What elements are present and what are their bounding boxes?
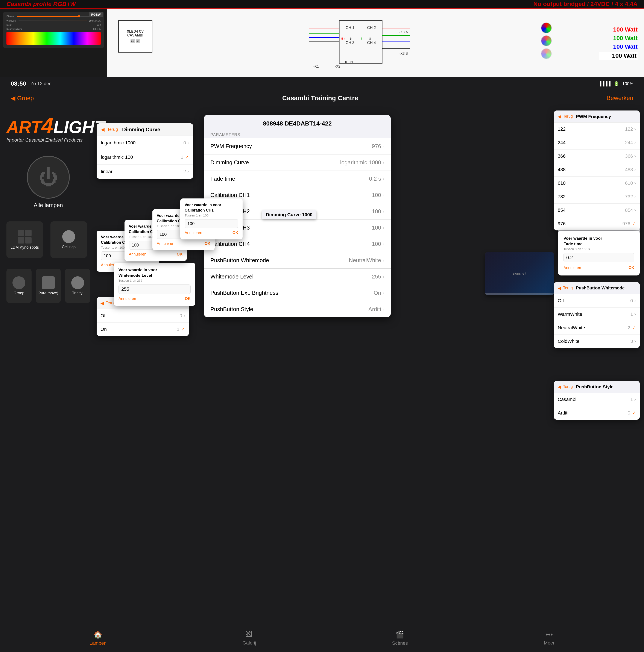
pwm-row-value: 976	[372, 143, 381, 150]
wm-popup-cancel[interactable]: Annuleren	[119, 297, 136, 301]
style-panel-back-label: Terug	[563, 384, 573, 389]
ext-row-off[interactable]: Off 0 ›	[97, 309, 189, 323]
power-button[interactable]: ⏻	[27, 156, 70, 199]
tab-meer[interactable]: ••• Meer	[544, 630, 555, 646]
pwm-back[interactable]: ◀	[558, 114, 561, 119]
pwm-row-854[interactable]: 854854 ›	[554, 203, 640, 217]
device-row-fade[interactable]: Fade time 0.2 s ›	[204, 171, 391, 187]
nav-title: Casambi Training Centre	[282, 94, 358, 102]
svg-text:CH 2: CH 2	[367, 26, 376, 30]
meer-icon: •••	[545, 630, 553, 639]
dimming-panel-title: Dimming Curve	[122, 127, 160, 133]
calib-ch1-title: Voer waarde in voor	[185, 203, 238, 207]
device-id: 808948 DE4DABT14-422	[263, 120, 332, 127]
cal1-label: Calibration CH1	[210, 192, 250, 198]
calib-ch1-cancel[interactable]: Annuleren	[185, 230, 202, 235]
cal2-chevron: ›	[383, 209, 384, 214]
style-row-arditi[interactable]: Arditi 0 ✓	[554, 406, 640, 419]
ext-panel-back[interactable]: ◀	[100, 301, 104, 306]
svg-text:DC IN: DC IN	[343, 60, 353, 64]
pwm-row-488[interactable]: 488488 ›	[554, 163, 640, 176]
fade-time-popup: Voer waarde in voor Fade time Tussen 0 e…	[558, 230, 640, 275]
device-row-pwm[interactable]: PWM Frequency 976 ›	[204, 138, 391, 155]
groep-label: Groep	[14, 291, 24, 295]
device-row-wl[interactable]: Whitemode Level 255 ›	[204, 269, 391, 285]
wb-panel-back[interactable]: ◀	[558, 286, 561, 291]
dimming-label-0: logarithmic 1000	[101, 140, 135, 146]
nav-back-button[interactable]: ◀ Groep	[11, 94, 34, 102]
style-panel-back[interactable]: ◀	[558, 384, 561, 389]
ext-on-num: 1	[177, 327, 179, 332]
dimming-row-2[interactable]: linear 2 ›	[97, 165, 193, 179]
dimming-row-0[interactable]: logarithmic 1000 0 ›	[97, 136, 193, 150]
meer-label: Meer	[544, 640, 555, 646]
wb-row-neutral[interactable]: NeutralWhite 2 ✓	[554, 321, 640, 335]
device-row-style[interactable]: PushButton Style Arditi ›	[204, 301, 391, 317]
dimming-num-0: 0 ›	[183, 140, 189, 146]
svg-text:-X1: -X1	[313, 64, 319, 68]
wm-popup-input[interactable]	[119, 284, 190, 294]
style-row-casambi[interactable]: Casambi1 ›	[554, 393, 640, 406]
calib-ch2-cancel[interactable]: Annuleren	[157, 241, 174, 246]
wb-row-warm[interactable]: WarmWhite1 ›	[554, 308, 640, 321]
dimming-panel-back[interactable]: ◀	[101, 127, 105, 132]
whitemode-popup: Voer waarde in voor Whitemode Level Tuss…	[114, 263, 195, 306]
cal4-label: Calibration CH4	[210, 241, 250, 247]
fade-popup-cancel[interactable]: Annuleren	[564, 266, 581, 270]
tab-lampen[interactable]: 🏠 Lampen	[89, 630, 107, 646]
calib-ch1-ok[interactable]: OK	[232, 230, 238, 235]
fade-popup-ok[interactable]: OK	[628, 266, 634, 270]
left-sidebar: ART4LIGHT Importer Casambi Enabled Produ…	[0, 106, 97, 630]
wb-row-off[interactable]: Off0 ›	[554, 294, 640, 308]
fade-row-value: 0.2 s	[369, 175, 381, 182]
calib-ch3-cancel[interactable]: Annuleren	[129, 252, 147, 256]
pwm-row-244[interactable]: 244244 ›	[554, 136, 640, 150]
tab-galerij[interactable]: 🖼 Galerij	[242, 630, 256, 646]
fade-popup-input[interactable]	[564, 253, 634, 263]
thumb-ceilings[interactable]: Ceilings	[50, 221, 87, 258]
pwm-row-732[interactable]: 732732 ›	[554, 190, 640, 203]
wl-label: Whitemode Level	[210, 273, 254, 280]
pushbutton-style-panel: ◀ Terug PushButton Style Casambi1 › Ardi…	[554, 381, 640, 419]
fade-popup-title2: Fade time	[564, 242, 634, 246]
wb-row-cold[interactable]: ColdWhite3 ›	[554, 335, 640, 348]
svg-text:5 +: 5 +	[341, 37, 345, 40]
cal1-value: 100	[372, 192, 381, 198]
technical-diagram: XLED4 CV CASAMBI DA DA CH 1 CH 2 CH 3 CH…	[107, 8, 644, 77]
wm-popup-ok[interactable]: OK	[185, 297, 190, 301]
device-row-wb[interactable]: PushButton Whitemode NeutralWhite ›	[204, 252, 391, 269]
fade-popup-sub: Tussen 0 en 100 s	[564, 247, 634, 251]
calib-ch2-ok[interactable]: OK	[205, 241, 210, 246]
pwm-row-122[interactable]: 122122 ›	[554, 123, 640, 136]
cal1-chevron: ›	[383, 193, 384, 198]
art4light-logo: ART4LIGHT Importer Casambi Enabled Produ…	[6, 115, 90, 143]
thumb-ldm[interactable]: LDM Kyno spots	[6, 221, 43, 258]
pwm-panel-title: PWM Frequency	[576, 114, 611, 119]
pwm-row-976[interactable]: 976 976 ✓	[554, 217, 640, 230]
device-row-ext[interactable]: PushButton Ext. Brightness On ›	[204, 285, 391, 301]
ldm-label: LDM Kyno spots	[10, 245, 39, 250]
watt-labels: 100 Watt 100 Watt 100 Watt 100 Watt	[599, 26, 638, 60]
dimming-row-1[interactable]: logarithmic 100 1 ✓	[97, 150, 193, 165]
pwm-row-610[interactable]: 610610 ›	[554, 176, 640, 190]
calib-ch1-input[interactable]	[185, 219, 238, 228]
power-icon: ⏻	[38, 166, 58, 188]
thumb-groep[interactable]: Groep	[6, 269, 31, 303]
pwm-row-366[interactable]: 366366 ›	[554, 150, 640, 163]
cal2-value: 100	[372, 208, 381, 215]
ext-label: PushButton Ext. Brightness	[210, 290, 278, 296]
watt-green: 100 Watt	[599, 35, 638, 42]
dimming-row-value: logarithmic 1000	[340, 159, 381, 166]
lampen-icon: 🏠	[94, 630, 102, 639]
nav-edit-button[interactable]: Bewerken	[607, 94, 633, 102]
tab-scenes[interactable]: 🎬 Scènes	[392, 630, 408, 646]
ext-row-on[interactable]: On 1 ✓	[97, 323, 189, 336]
signs-left-thumbnail: signs left	[485, 252, 554, 295]
calib-ch3-ok[interactable]: OK	[177, 252, 182, 256]
section-title: PARAMETERS	[210, 132, 240, 137]
thumb-trinity[interactable]: Trinity.	[65, 269, 90, 303]
dimming-annotation-label: Dimming Curve 1000	[262, 210, 316, 219]
thumb-pure[interactable]: Pure move)	[36, 269, 61, 303]
device-row-dimming[interactable]: Dimming Curve logarithmic 1000 ›	[204, 155, 391, 171]
dimming-label-1: logarithmic 100	[101, 155, 133, 160]
